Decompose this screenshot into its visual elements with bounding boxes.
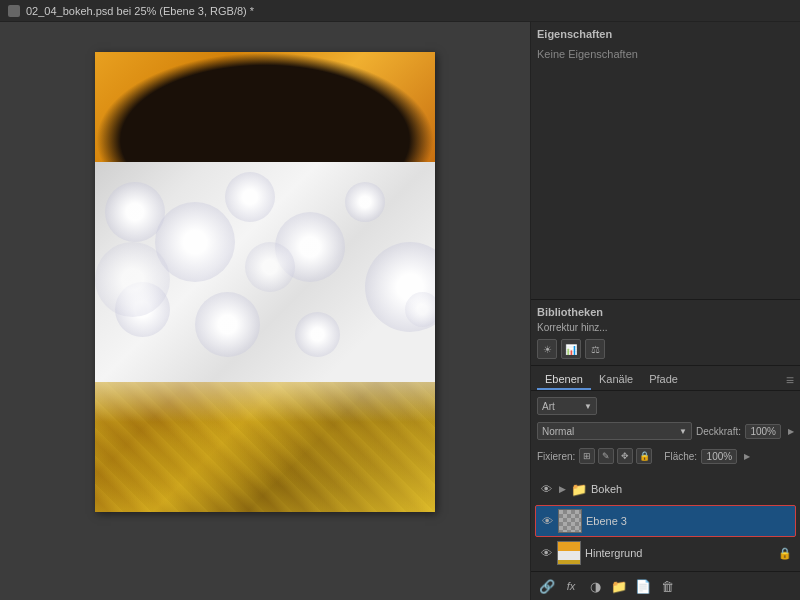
- folder-new-icon[interactable]: 📁: [609, 576, 629, 596]
- hintergrund-lock-icon: 🔒: [778, 547, 792, 560]
- layer-item-hintergrund[interactable]: 👁 Hintergrund 🔒: [535, 537, 796, 569]
- main-layout: Eigenschaften Keine Eigenschaften Biblio…: [0, 22, 800, 600]
- link-icon[interactable]: 🔗: [537, 576, 557, 596]
- bokeh-expand[interactable]: ▶: [557, 484, 567, 494]
- folder-icon-bokeh: 📁: [571, 482, 587, 497]
- flaeche-arrow: ▶: [744, 452, 750, 461]
- canvas-middle-section: [95, 162, 435, 382]
- deckkraft-label: Deckkraft:: [696, 426, 741, 437]
- tab-pfade[interactable]: Pfade: [641, 370, 686, 390]
- fixieren-row: Fixieren: ⊞ ✎ ✥ 🔒 Fläche: 100% ▶: [537, 445, 794, 467]
- fixieren-label: Fixieren:: [537, 451, 575, 462]
- flaeche-value[interactable]: 100%: [701, 449, 737, 464]
- delete-layer-icon[interactable]: 🗑: [657, 576, 677, 596]
- layer-list: 👁 ▶ 📁 Bokeh 👁 Ebene 3: [531, 471, 800, 571]
- layer-item-ebene3[interactable]: 👁 Ebene 3: [535, 505, 796, 537]
- chart-icon[interactable]: 📊: [561, 339, 581, 359]
- normal-dropdown[interactable]: Normal ▼: [537, 422, 692, 440]
- ebene3-layer-name: Ebene 3: [586, 515, 791, 527]
- art-dropdown-arrow: ▼: [584, 402, 592, 411]
- new-layer-icon[interactable]: 📄: [633, 576, 653, 596]
- layers-bottom-toolbar: 🔗 fx ◑ 📁 📄 🗑: [531, 571, 800, 600]
- art-dropdown[interactable]: Art ▼: [537, 397, 597, 415]
- canvas-image: [95, 52, 435, 512]
- fx-icon[interactable]: fx: [561, 576, 581, 596]
- normal-deckkraft-row: Normal ▼ Deckkraft: 100% ▶: [537, 420, 794, 442]
- eye-icon-ebene3: 👁: [542, 515, 553, 527]
- bibliotheken-panel: Bibliotheken Korrektur hinz... ☀ 📊 ⚖: [531, 300, 800, 366]
- fix-icon-2[interactable]: ✎: [598, 448, 614, 464]
- eigenschaften-title: Eigenschaften: [537, 28, 794, 40]
- flaeche-label: Fläche:: [664, 451, 697, 462]
- layer-item-bokeh[interactable]: 👁 ▶ 📁 Bokeh: [535, 473, 796, 505]
- canvas-top-section: [95, 52, 435, 162]
- deckkraft-value[interactable]: 100%: [745, 424, 781, 439]
- eye-icon-bokeh: 👁: [541, 483, 552, 495]
- balance-icon[interactable]: ⚖: [585, 339, 605, 359]
- korrektur-button[interactable]: Korrektur hinz...: [537, 322, 794, 333]
- hintergrund-visibility-toggle[interactable]: 👁: [539, 546, 553, 560]
- hintergrund-layer-name: Hintergrund: [585, 547, 774, 559]
- ebene3-visibility-toggle[interactable]: 👁: [540, 514, 554, 528]
- layers-panel: Ebenen Kanäle Pfade ≡ Art ▼ Normal: [531, 366, 800, 600]
- close-button[interactable]: [8, 5, 20, 17]
- canvas-area: [0, 22, 530, 600]
- keine-eigenschaften-label: Keine Eigenschaften: [537, 48, 794, 60]
- layers-tabs: Ebenen Kanäle Pfade ≡: [531, 366, 800, 391]
- fix-icon-3[interactable]: ✥: [617, 448, 633, 464]
- adjustment-icon[interactable]: ◑: [585, 576, 605, 596]
- tab-kanaele[interactable]: Kanäle: [591, 370, 641, 390]
- layers-controls: Art ▼ Normal ▼ Deckkraft: 100% ▶ Fi: [531, 391, 800, 471]
- hintergrund-thumbnail: [557, 541, 581, 565]
- bokeh-layer-name: Bokeh: [591, 483, 792, 495]
- right-panel: Eigenschaften Keine Eigenschaften Biblio…: [530, 22, 800, 600]
- fix-icons: ⊞ ✎ ✥ 🔒: [579, 448, 652, 464]
- layers-menu-icon[interactable]: ≡: [786, 372, 794, 388]
- deckkraft-arrow: ▶: [788, 427, 794, 436]
- canvas-bottom-section: [95, 382, 435, 512]
- ebene3-thumbnail: [558, 509, 582, 533]
- document-title: 02_04_bokeh.psd bei 25% (Ebene 3, RGB/8)…: [26, 5, 254, 17]
- art-row: Art ▼: [537, 395, 794, 417]
- title-bar: 02_04_bokeh.psd bei 25% (Ebene 3, RGB/8)…: [0, 0, 800, 22]
- fix-icon-4[interactable]: 🔒: [636, 448, 652, 464]
- sun-icon[interactable]: ☀: [537, 339, 557, 359]
- eye-icon-hintergrund: 👁: [541, 547, 552, 559]
- fix-icon-1[interactable]: ⊞: [579, 448, 595, 464]
- tab-ebenen[interactable]: Ebenen: [537, 370, 591, 390]
- eigenschaften-panel: Eigenschaften Keine Eigenschaften: [531, 22, 800, 300]
- bokeh-visibility-toggle[interactable]: 👁: [539, 482, 553, 496]
- bibliotheken-title: Bibliotheken: [537, 306, 794, 318]
- bibliotheken-icon-row: ☀ 📊 ⚖: [537, 339, 794, 359]
- normal-dropdown-arrow: ▼: [679, 427, 687, 436]
